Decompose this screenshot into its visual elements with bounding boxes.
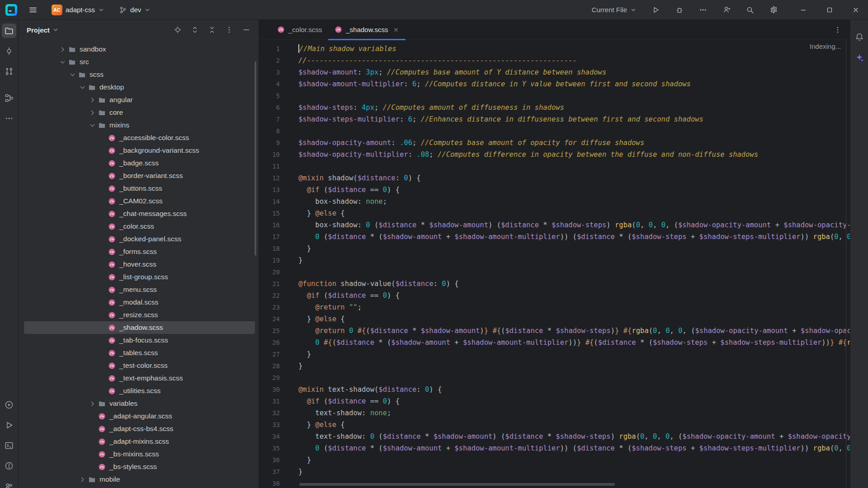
tree-folder-angular[interactable]: angular [19,94,259,106]
code-text[interactable]: 0 #{($distance * ($shadow-amount + $shad… [298,337,850,348]
tree-file-docked-panel-scss[interactable]: _docked-panel.scss [19,233,259,245]
line-number[interactable]: 19 [259,254,280,266]
code-line-26[interactable]: 26 0 #{($distance * ($shadow-amount + $s… [259,337,850,348]
line-number[interactable]: 3 [259,66,280,78]
tree-file-test-color-scss[interactable]: _test-color.scss [19,359,259,372]
chevron-down-icon[interactable] [52,27,59,33]
line-number[interactable]: 14 [259,196,280,207]
code-text[interactable]: @if ($distance == 0) { [298,395,400,407]
tree-file-chat-messages-scss[interactable]: _chat-messages.scss [19,207,259,220]
user-group-tool-icon[interactable] [2,479,16,488]
problems-tool-icon[interactable] [2,459,16,473]
line-number[interactable]: 11 [259,160,280,172]
code-text[interactable]: //--------------------------------------… [298,55,577,66]
editor-tab-color-scss[interactable]: _color.scss [271,20,328,40]
code-text[interactable]: $shadow-steps: 4px; //Computes amount of… [298,102,564,113]
ai-assistant-icon[interactable] [852,51,867,65]
tree-file-tables-scss[interactable]: _tables.scss [19,347,259,359]
chevron-expanded-icon[interactable] [87,122,97,129]
tree-file-border-variant-scss[interactable]: _border-variant.scss [19,169,259,182]
tree-file-adapt-mixins-scss[interactable]: _adapt-mixins.scss [19,435,259,448]
tree-file-text-emphasis-scss[interactable]: _text-emphasis.scss [19,372,259,385]
line-number[interactable]: 8 [259,125,280,137]
code-line-5[interactable]: 5 [259,90,850,102]
notifications-bell-icon[interactable] [852,30,867,44]
chevron-expanded-icon[interactable] [67,71,77,78]
tree-folder-desktop[interactable]: desktop [19,81,259,94]
chevron-expanded-icon[interactable] [77,84,87,91]
code-line-15[interactable]: 15 } @else { [259,207,850,219]
expand-all-icon[interactable] [188,23,202,37]
tree-file-cam02-scss[interactable]: _CAM02.scss [19,195,259,207]
tree-file-bs-mixins-scss[interactable]: _bs-mixins.scss [19,448,259,460]
line-number[interactable]: 9 [259,137,280,149]
line-number[interactable]: 2 [259,55,280,66]
code-line-24[interactable]: 24 } @else { [259,313,850,325]
code-text[interactable]: box-shadow: 0 ($distance * $shadow-amoun… [298,219,850,231]
code-text[interactable]: } [298,254,302,266]
tree-file-badge-scss[interactable]: _badge.scss [19,157,259,169]
line-number[interactable]: 35 [259,442,280,454]
code-line-33[interactable]: 33 } @else { [259,419,850,431]
code-text[interactable]: text-shadow: 0 ($distance * $shadow-amou… [298,431,850,442]
code-text[interactable]: $shadow-opacity-amount: .06; //Computes … [298,137,644,149]
line-number[interactable]: 18 [259,243,280,254]
code-line-16[interactable]: 16 box-shadow: 0 ($distance * $shadow-am… [259,219,850,231]
chevron-collapsed-icon[interactable] [57,46,67,53]
code-text[interactable]: } @else { [298,419,345,431]
tree-file-background-variant-scss[interactable]: _background-variant.scss [19,144,259,157]
editor-horizontal-scrollbar[interactable] [299,483,615,486]
tree-folder-mobile[interactable]: mobile [19,473,259,486]
code-line-31[interactable]: 31 @if ($distance == 0) { [259,395,850,407]
code-text[interactable]: @return 0 #{($distance * $shadow-amount)… [298,325,850,337]
more-tools-icon[interactable] [2,111,16,126]
line-number[interactable]: 31 [259,395,280,407]
line-number[interactable]: 26 [259,337,280,348]
tree-file-list-group-scss[interactable]: _list-group.scss [19,271,259,283]
code-line-11[interactable]: 11 [259,160,850,172]
code-text[interactable]: @mixin shadow($distance: 0) { [298,172,421,184]
window-close-button[interactable] [849,3,863,17]
line-number[interactable]: 27 [259,348,280,360]
line-number[interactable]: 22 [259,290,280,301]
line-number[interactable]: 23 [259,301,280,313]
panel-options-icon[interactable] [222,23,236,37]
code-text[interactable]: $shadow-opacity-multiplier: .08; //Compu… [298,149,758,160]
tree-scrollbar[interactable] [255,61,256,256]
line-number[interactable]: 21 [259,278,280,290]
code-text[interactable]: $shadow-steps-multiplier: 6; //Enhances … [298,113,703,125]
code-text[interactable]: @function shadow-value($distance: 0) { [298,278,459,290]
tree-file-shadow-scss[interactable]: _shadow.scss [24,321,255,334]
code-text[interactable]: } [298,243,311,254]
code-line-30[interactable]: 30@mixin text-shadow($distance: 0) { [259,384,850,395]
tree-file-bs-styles-scss[interactable]: _bs-styles.scss [19,460,259,473]
chevron-collapsed-icon[interactable] [77,476,87,483]
code-line-28[interactable]: 28} [259,360,850,372]
code-text[interactable]: @mixin text-shadow($distance: 0) { [298,384,442,395]
project-panel-title[interactable]: Project [27,26,50,34]
tree-file-resize-scss[interactable]: _resize.scss [19,309,259,321]
code-text[interactable]: $shadow-amount: 3px; //Computes base amo… [298,66,606,78]
code-line-10[interactable]: 10$shadow-opacity-multiplier: .08; //Com… [259,149,850,160]
services-tool-icon[interactable] [2,398,16,412]
code-line-9[interactable]: 9$shadow-opacity-amount: .06; //Computes… [259,137,850,149]
tree-folder-mixins[interactable]: mixins [19,119,259,131]
run-tool-icon[interactable] [2,418,16,432]
tree-file-buttons-scss[interactable]: _buttons.scss [19,182,259,195]
code-line-2[interactable]: 2//-------------------------------------… [259,55,850,66]
line-number[interactable]: 5 [259,90,280,102]
tree-file-adapt-angular-scss[interactable]: _adapt-angular.scss [19,410,259,422]
code-line-18[interactable]: 18 } [259,243,850,254]
line-number[interactable]: 20 [259,266,280,278]
code-text[interactable]: } @else { [298,207,345,219]
code-text[interactable]: @if ($distance == 0) { [298,184,400,196]
editor-body[interactable]: Indexing... 1//Main shadow variables2//-… [259,40,850,488]
tree-file-accessible-color-scss[interactable]: _accessible-color.scss [19,131,259,144]
line-number[interactable]: 17 [259,231,280,243]
project-tool-icon[interactable] [2,23,16,38]
chevron-collapsed-icon[interactable] [87,109,97,116]
tree-file-menu-scss[interactable]: _menu.scss [19,283,259,296]
line-number[interactable]: 25 [259,325,280,337]
run-button[interactable] [649,3,663,17]
line-number[interactable]: 30 [259,384,280,395]
